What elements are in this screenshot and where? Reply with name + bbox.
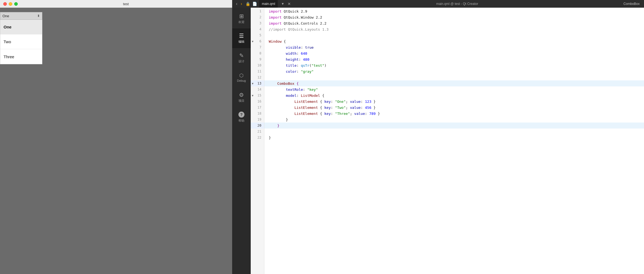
plain-token: : bbox=[365, 112, 369, 116]
code-line-3: import QtQuick.Controls 2.2 bbox=[264, 20, 644, 26]
forward-button[interactable]: › bbox=[240, 1, 243, 6]
code-line-10: title: qsTr("test") bbox=[264, 62, 644, 68]
line-number-17: 17 bbox=[251, 104, 264, 110]
code-line-14: textRole: "key" bbox=[264, 86, 644, 92]
combobox-item-two[interactable]: Two bbox=[0, 34, 42, 49]
plain-token: } bbox=[269, 118, 288, 122]
plain-token: } bbox=[376, 112, 380, 116]
line-number-1: 1 bbox=[251, 8, 264, 14]
lock-icon: 🔒 bbox=[246, 2, 250, 6]
close-button[interactable] bbox=[3, 2, 7, 6]
title-bar: test ‹ › 🔒 📄 main.qml ▼ ✕ main.qml @ tes… bbox=[0, 0, 644, 8]
str-token: "Three" bbox=[335, 112, 350, 116]
plain-token: : bbox=[331, 100, 335, 104]
line-number-14: 14 bbox=[251, 86, 264, 92]
type-token: Window bbox=[269, 39, 282, 43]
num-token: 640 bbox=[301, 51, 307, 56]
welcome-icon: ⊞ bbox=[239, 13, 244, 19]
code-line-8: width: 640 bbox=[264, 50, 644, 56]
plain-token: { bbox=[320, 94, 324, 98]
prop-token: key bbox=[324, 112, 331, 116]
type-token: ListElement bbox=[294, 100, 318, 104]
prop-token: width bbox=[269, 51, 297, 56]
code-editor[interactable]: 12345▼6789101112▼1314▼1516171819202122 i… bbox=[251, 8, 644, 274]
kw-token: import bbox=[269, 9, 282, 13]
plain-token bbox=[294, 81, 297, 86]
plain-token: : bbox=[297, 63, 301, 68]
plain-token: { bbox=[318, 112, 324, 116]
str-token: "One" bbox=[335, 100, 346, 104]
prop-token: model bbox=[286, 94, 297, 98]
sidebar-item-welcome[interactable]: ⊞ 欢迎 bbox=[232, 9, 251, 28]
plain-token bbox=[269, 112, 294, 116]
maximize-button[interactable] bbox=[14, 2, 18, 6]
plain-token: ) bbox=[324, 63, 327, 68]
type-token: ComboBox bbox=[277, 81, 294, 86]
code-line-2: import QtQuick.Window 2.2 bbox=[264, 14, 644, 20]
line-number-2: 2 bbox=[251, 14, 264, 20]
plain-token: ; bbox=[346, 106, 350, 110]
prop-token: value bbox=[350, 100, 361, 104]
plain-token: } bbox=[371, 100, 376, 104]
sidebar-item-help[interactable]: ? 帮助 bbox=[232, 107, 251, 127]
str-token: "key" bbox=[307, 88, 318, 92]
code-line-9: height: 480 bbox=[264, 56, 644, 62]
line-number-13: ▼13 bbox=[251, 80, 264, 86]
plain-token: ; bbox=[350, 112, 354, 116]
fold-icon[interactable]: ▼ bbox=[252, 40, 253, 43]
type-token: ListElement bbox=[294, 112, 318, 116]
project-icon: ⚙ bbox=[239, 92, 244, 98]
sidebar-item-debug[interactable]: ⬡ Debug bbox=[232, 68, 251, 88]
prop-token: color bbox=[269, 69, 297, 74]
code-line-5 bbox=[264, 32, 644, 38]
prop-token: textRole bbox=[286, 88, 303, 92]
code-line-20: } bbox=[264, 123, 644, 129]
prop-token: value bbox=[350, 106, 361, 110]
code-line-18: ListElement { key: "Three"; value: 789 } bbox=[264, 110, 644, 116]
back-button[interactable]: ‹ bbox=[235, 1, 238, 6]
debug-icon: ⬡ bbox=[239, 73, 244, 78]
line-number-8: 8 bbox=[251, 50, 264, 56]
plain-token: : bbox=[301, 45, 305, 49]
line-number-9: 9 bbox=[251, 56, 264, 62]
code-line-4: //import QtQuick.Layouts 1.3 bbox=[264, 26, 644, 32]
line-number-7: 7 bbox=[251, 44, 264, 50]
plain-token bbox=[269, 94, 286, 98]
combobox-item-one[interactable]: One bbox=[0, 20, 42, 34]
plain-token: : bbox=[297, 94, 301, 98]
plain-token: : bbox=[331, 106, 335, 110]
editor-window-title: main.qml @ test - Qt Creator bbox=[293, 2, 621, 6]
code-line-7: visible: true bbox=[264, 44, 644, 50]
kw2-token: true bbox=[305, 45, 314, 49]
combobox-selected[interactable]: One ⬍ bbox=[0, 12, 42, 20]
edit-icon: ☰ bbox=[239, 33, 244, 39]
type-token: ListModel bbox=[301, 94, 320, 98]
prop-token: key bbox=[324, 100, 331, 104]
combobox-item-three[interactable]: Three bbox=[0, 49, 42, 64]
line-number-20: 20 bbox=[251, 123, 264, 129]
kw-token: import bbox=[269, 21, 282, 25]
minimize-button[interactable] bbox=[9, 2, 12, 6]
code-line-19: } bbox=[264, 116, 644, 123]
fold-icon[interactable]: ▼ bbox=[252, 82, 253, 85]
fn-token: qsTr bbox=[301, 63, 309, 68]
plain-token: { bbox=[318, 106, 324, 110]
sidebar-item-edit[interactable]: ☰ 编辑 bbox=[232, 28, 251, 48]
sidebar-item-project[interactable]: ⚙ 项目 bbox=[232, 88, 251, 107]
design-icon: ✎ bbox=[239, 53, 244, 58]
close-tab-button[interactable]: ✕ bbox=[288, 2, 291, 6]
plain-token: : bbox=[297, 69, 301, 74]
code-content: import QtQuick 2.9import QtQuick.Window … bbox=[264, 8, 644, 274]
sidebar-item-design[interactable]: ✎ 设计 bbox=[232, 48, 251, 68]
nav-buttons: ‹ › bbox=[235, 1, 243, 6]
combobox-dropdown: One Two Three bbox=[0, 20, 42, 64]
line-number-11: 11 bbox=[251, 68, 264, 74]
plain-token: ; bbox=[346, 100, 350, 104]
sidebar: ⊞ 欢迎 ☰ 编辑 ✎ 设计 ⬡ Debug ⚙ 项目 ? 帮助 bbox=[232, 8, 251, 274]
plain-token: QtQuick.Controls 2.2 bbox=[282, 21, 326, 25]
file-tab[interactable]: main.qml bbox=[259, 0, 278, 8]
kw-token: import bbox=[269, 15, 282, 19]
fold-icon[interactable]: ▼ bbox=[252, 94, 253, 97]
right-panel: ⊞ 欢迎 ☰ 编辑 ✎ 设计 ⬡ Debug ⚙ 项目 ? 帮助 bbox=[232, 8, 644, 274]
bracket-token: } bbox=[277, 124, 279, 128]
